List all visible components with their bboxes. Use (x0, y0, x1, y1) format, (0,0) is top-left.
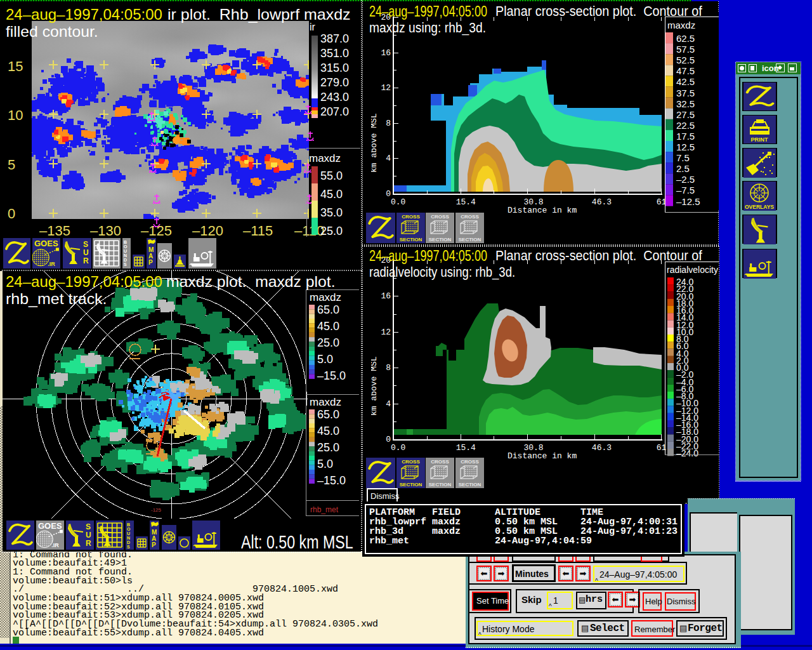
svg-text:CROSS: CROSS (402, 214, 420, 220)
svg-text:D: D (127, 540, 130, 545)
svg-text:SECTION: SECTION (459, 237, 481, 242)
svg-text:B: B (124, 240, 127, 244)
svg-text:SECTION: SECTION (400, 237, 422, 242)
svg-text:SECTION: SECTION (400, 482, 422, 488)
svg-text:U: U (86, 531, 91, 540)
svg-text:U: U (83, 248, 89, 257)
svg-text:B: B (127, 522, 130, 527)
svg-text:S: S (124, 262, 127, 267)
svg-text:O: O (127, 527, 131, 531)
svg-text:-125: -125 (151, 507, 162, 513)
svg-text:SECTION: SECTION (459, 482, 481, 488)
svg-text:SECTION: SECTION (429, 237, 452, 242)
svg-text:CROSS: CROSS (461, 459, 479, 465)
svg-text:U: U (124, 249, 127, 253)
svg-text:CROSS: CROSS (402, 459, 420, 465)
svg-text:N: N (127, 536, 130, 540)
svg-text:km above MSL: km above MSL (371, 356, 379, 416)
svg-text:O: O (124, 244, 128, 249)
svg-text:CROSS: CROSS (431, 214, 449, 220)
svg-text:CROSS: CROSS (431, 459, 449, 465)
svg-text:.IR: .IR (51, 542, 59, 548)
svg-text:GOES: GOES (34, 239, 58, 248)
svg-text:.IR: .IR (48, 261, 55, 267)
svg-text:CROSS: CROSS (461, 214, 479, 220)
svg-text:OVERLAYS: OVERLAYS (745, 204, 774, 210)
svg-text:R: R (86, 539, 91, 548)
svg-text:S: S (127, 545, 130, 549)
svg-text:P: P (152, 541, 156, 548)
svg-text:D: D (124, 258, 127, 262)
svg-text:R: R (83, 256, 89, 265)
svg-text:km above MSL: km above MSL (371, 113, 379, 173)
svg-text:GOES: GOES (38, 521, 62, 531)
svg-text:S: S (83, 240, 88, 249)
svg-text:P: P (148, 259, 153, 266)
svg-text:N: N (124, 253, 127, 258)
svg-text:U: U (127, 531, 130, 536)
svg-text:S: S (86, 522, 91, 531)
svg-text:SECTION: SECTION (429, 482, 452, 488)
svg-text:PRINT: PRINT (751, 136, 769, 143)
